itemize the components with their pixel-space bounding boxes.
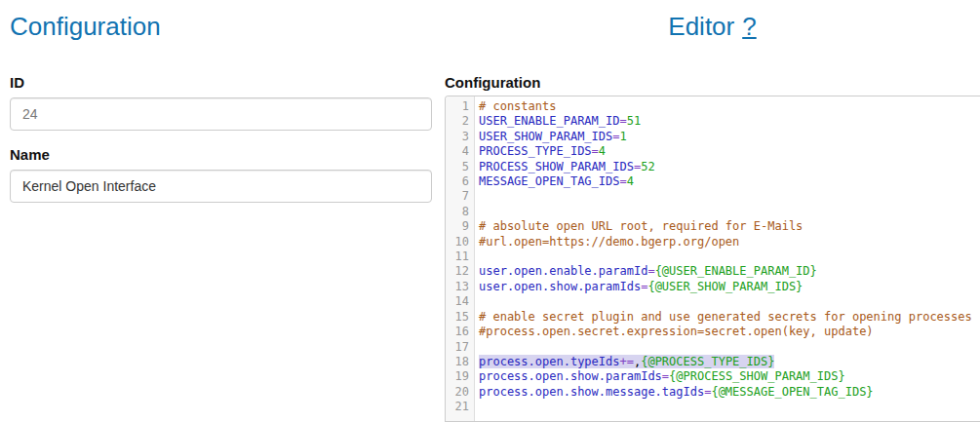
- code-text: [474, 400, 486, 414]
- code-text: process.open.typeIds+=,{@PROCESS_TYPE_ID…: [474, 355, 774, 369]
- code-token-op: =: [662, 369, 669, 383]
- code-line: 13user.open.show.paramIds={@USER_SHOW_PA…: [446, 280, 980, 294]
- code-token-key: USER_ENABLE_PARAM_ID: [479, 114, 620, 128]
- code-token-key: PROCESS_TYPE_IDS: [479, 144, 592, 158]
- code-line: 10#url.open=https://demo.bgerp.org/open: [446, 235, 980, 249]
- code-token-key: user.open.enable.paramId: [479, 264, 647, 278]
- code-editor[interactable]: 1# constants2USER_ENABLE_PARAM_ID=513USE…: [445, 96, 980, 422]
- code-line: 3USER_SHOW_PARAM_IDS=1: [446, 130, 980, 144]
- code-token-val: {@MESSAGE_OPEN_TAG_IDS}: [711, 385, 873, 399]
- code-text: [474, 205, 486, 219]
- line-number: 15: [446, 310, 474, 325]
- line-number: 5: [446, 160, 474, 174]
- code-token-op: =: [612, 130, 619, 143]
- code-token-val: {@PROCESS_SHOW_PARAM_IDS}: [669, 369, 845, 383]
- code-token-key: user.open.show.paramIds: [479, 280, 641, 293]
- code-token-val: 4: [599, 144, 606, 158]
- line-number: 1: [446, 99, 474, 114]
- line-number: 19: [446, 369, 474, 384]
- code-token-key: process.open.show.message.tagIds: [479, 385, 704, 399]
- line-number: 7: [446, 189, 474, 204]
- line-number: 18: [446, 355, 474, 369]
- line-number: 13: [446, 280, 474, 294]
- code-token-val: {@PROCESS_TYPE_IDS}: [641, 355, 774, 368]
- code-token-key: USER_SHOW_PARAM_IDS: [479, 130, 612, 143]
- line-number: 3: [446, 130, 474, 144]
- code-token-val: 4: [627, 174, 634, 188]
- configuration-title: Configuration: [10, 12, 432, 41]
- code-text: #url.open=https://demo.bgerp.org/open: [474, 235, 739, 249]
- editor-panel: Editor? Configuration 1# constants2USER_…: [445, 0, 980, 422]
- line-number: 6: [446, 174, 474, 189]
- code-token-key: MESSAGE_OPEN_TAG_IDS: [479, 174, 620, 188]
- line-number: 8: [446, 205, 474, 219]
- code-line: 12user.open.enable.paramId={@USER_ENABLE…: [446, 264, 980, 279]
- code-token-comment: # absolute open URL root, required for E…: [479, 219, 803, 233]
- editor-title: Editor?: [445, 12, 980, 41]
- code-line: 16#process.open.secret.expression=secret…: [446, 325, 980, 339]
- code-token-val: 52: [641, 160, 654, 173]
- line-number: 20: [446, 385, 474, 400]
- code-token-val: 51: [627, 114, 641, 128]
- code-token-key: process.open.show.paramIds: [479, 369, 662, 383]
- code-lines: 1# constants2USER_ENABLE_PARAM_ID=513USE…: [446, 96, 980, 415]
- code-text: MESSAGE_OPEN_TAG_IDS=4: [474, 174, 634, 189]
- editor-title-text: Editor: [668, 12, 734, 41]
- line-number: 4: [446, 144, 474, 159]
- line-number: 11: [446, 249, 474, 264]
- line-number: 16: [446, 325, 474, 339]
- code-text: PROCESS_SHOW_PARAM_IDS=52: [474, 160, 655, 174]
- code-text: user.open.show.paramIds={@USER_SHOW_PARA…: [474, 280, 803, 294]
- code-token-op: =: [647, 264, 654, 278]
- code-line: 14: [446, 294, 980, 309]
- code-line: 6MESSAGE_OPEN_TAG_IDS=4: [446, 174, 980, 189]
- code-text: [474, 249, 486, 264]
- code-token-val: {@USER_SHOW_PARAM_IDS}: [647, 280, 803, 293]
- code-token-key: process.open.typeIds: [479, 355, 620, 368]
- code-token-key: PROCESS_SHOW_PARAM_IDS: [479, 160, 634, 173]
- selected-text: process.open.typeIds+=,{@PROCESS_TYPE_ID…: [479, 355, 774, 368]
- page: Configuration ID Name Editor? Configurat…: [0, 0, 980, 422]
- code-text: # enable secret plugin and use generated…: [474, 310, 972, 325]
- code-text: [474, 189, 486, 204]
- name-input[interactable]: [10, 170, 432, 203]
- code-line: 15# enable secret plugin and use generat…: [446, 310, 980, 325]
- code-text: # absolute open URL root, required for E…: [474, 219, 803, 234]
- id-input[interactable]: [10, 97, 432, 131]
- name-label: Name: [10, 146, 432, 163]
- code-line: 1# constants: [446, 99, 980, 114]
- code-line: 17: [446, 340, 980, 355]
- code-token-op: =: [620, 114, 627, 128]
- code-token-comment: #process.open.secret.expression=secret.o…: [479, 325, 874, 338]
- code-token-comment: #url.open=https://demo.bgerp.org/open: [479, 235, 739, 249]
- code-text: USER_SHOW_PARAM_IDS=1: [474, 130, 627, 144]
- code-token-comment: # enable secret plugin and use generated…: [479, 310, 972, 324]
- code-text: process.open.show.message.tagIds={@MESSA…: [474, 385, 874, 400]
- code-line: 9# absolute open URL root, required for …: [446, 219, 980, 234]
- line-number: 21: [446, 400, 474, 414]
- editor-config-label: Configuration: [445, 74, 980, 91]
- line-number: 10: [446, 235, 474, 249]
- line-number: 2: [446, 114, 474, 129]
- code-line: 20process.open.show.message.tagIds={@MES…: [446, 385, 980, 400]
- code-token-op: =: [620, 174, 627, 188]
- code-text: user.open.enable.paramId={@USER_ENABLE_P…: [474, 264, 817, 279]
- code-text: [474, 294, 486, 309]
- code-token-op: +=: [620, 355, 634, 368]
- code-line: 19process.open.show.paramIds={@PROCESS_S…: [446, 369, 980, 384]
- code-line: 2USER_ENABLE_PARAM_ID=51: [446, 114, 980, 129]
- code-text: process.open.show.paramIds={@PROCESS_SHO…: [474, 369, 845, 384]
- code-line: 8: [446, 205, 980, 219]
- code-token-val: 1: [620, 130, 627, 143]
- code-token-op: =: [592, 144, 599, 158]
- line-number: 17: [446, 340, 474, 355]
- code-line: 5PROCESS_SHOW_PARAM_IDS=52: [446, 160, 980, 174]
- code-token-comment: # constants: [479, 99, 556, 113]
- code-text: USER_ENABLE_PARAM_ID=51: [474, 114, 641, 129]
- line-number: 12: [446, 264, 474, 279]
- configuration-panel: Configuration ID Name: [0, 0, 445, 422]
- code-text: PROCESS_TYPE_IDS=4: [474, 144, 606, 159]
- code-text: # constants: [474, 99, 556, 114]
- code-line: 21: [446, 400, 980, 414]
- editor-help-link[interactable]: ?: [742, 12, 756, 41]
